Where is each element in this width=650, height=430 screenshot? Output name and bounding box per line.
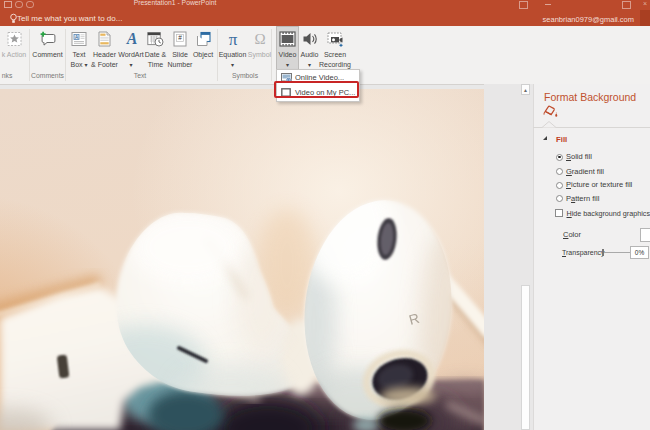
svg-text:#: # <box>178 34 182 41</box>
svg-text:A: A <box>125 31 137 47</box>
svg-text:Ω: Ω <box>254 31 265 47</box>
svg-text:π: π <box>228 31 237 47</box>
